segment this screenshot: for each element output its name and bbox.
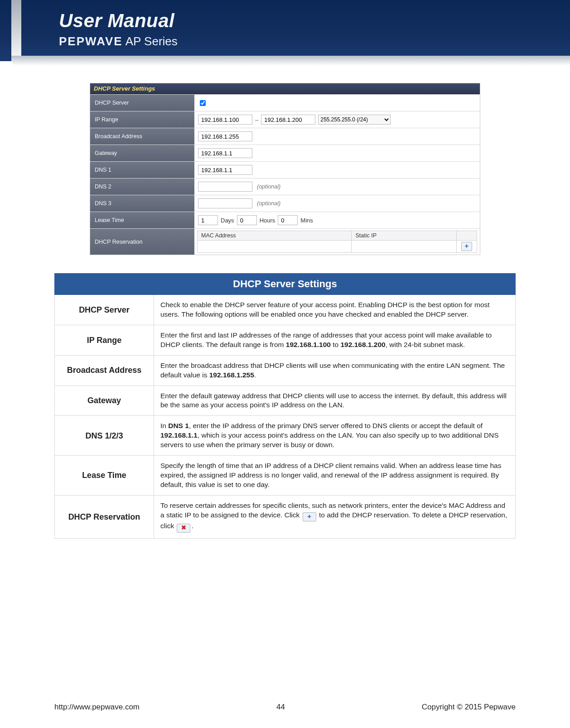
dns3-input[interactable] [198,198,252,208]
add-reservation-button[interactable]: + [461,242,472,251]
label-dns3: DNS 3 [90,195,194,212]
row-dns1: DNS 1 [90,161,480,178]
desc-dhcp-server-name: DHCP Server [55,295,154,325]
row-broadcast: Broadcast Address [90,128,480,145]
reservation-row: + [198,241,477,253]
lease-hours-unit: Hours [260,217,275,224]
res-mac-cell[interactable] [198,241,352,253]
desc-lease-text: Specify the length of time that an IP ad… [154,456,516,496]
page-header: User Manual PEPWAVEAP Series [0,0,570,61]
desc-lease-name: Lease Time [55,456,154,496]
lease-mins-unit: Mins [300,217,313,224]
dhcp-settings-panel: DHCP Server Settings DHCP Server IP Rang… [90,83,480,255]
desc-dns-bold-a: DNS 1 [168,422,189,429]
lease-days-input[interactable] [198,215,218,225]
desc-dns-name: DNS 1/2/3 [55,416,154,456]
desc-gateway-text: Enter the default gateway address that D… [154,386,516,416]
label-gateway: Gateway [90,145,194,161]
desc-gateway-name: Gateway [55,386,154,416]
label-dns2: DNS 2 [90,178,194,195]
row-gateway: Gateway [90,145,480,161]
footer-copyright: Copyright © 2015 Pepwave [422,703,516,712]
row-dns3: DNS 3 (optional) [90,195,480,212]
ip-range-start-input[interactable] [198,115,252,125]
row-lease-time: Lease Time Days Hours Mins [90,212,480,228]
broadcast-input[interactable] [198,131,252,141]
reservation-table: MAC Address Static IP + [197,231,477,253]
label-lease-time: Lease Time [90,212,194,228]
desc-broadcast-bold: 192.168.1.255 [209,371,254,379]
ip-range-separator: – [255,116,258,123]
res-ip-cell[interactable] [352,241,457,253]
row-ip-range: IP Range – 255.255.255.0 (/24) [90,111,480,128]
doc-title: User Manual [59,10,547,32]
dns2-input[interactable] [198,182,252,192]
dhcp-server-checkbox[interactable] [200,100,206,106]
row-dhcp-server: DHCP Server [90,94,480,111]
desc-broadcast-text: Enter the broadcast address that DHCP cl… [154,355,516,386]
delete-icon: ✖ [177,524,190,533]
desc-broadcast-name: Broadcast Address [55,355,154,386]
gateway-input[interactable] [198,148,252,158]
brand-name: PEPWAVE [59,34,123,48]
desc-dns-bold-b: 192.168.1.1 [160,431,198,439]
doc-subtitle: PEPWAVEAP Series [59,34,547,48]
desc-ip-range-bold-b: 192.168.1.200 [341,341,386,348]
lease-mins-input[interactable] [278,215,298,225]
desc-heading: DHCP Server Settings [55,274,516,295]
copyright-b: Pepwave [482,703,516,711]
copyright-a: Copyright © [422,703,465,711]
desc-ip-range-name: IP Range [55,325,154,355]
desc-res-c: . [191,522,193,530]
plus-icon: + [303,512,316,521]
dns2-optional: (optional) [257,183,280,190]
lease-days-unit: Days [221,217,234,224]
label-dns1: DNS 1 [90,162,194,178]
page-footer: http://www.pepwave.com 44 Copyright © 20… [0,703,570,712]
desc-ip-range-b: to [331,341,341,348]
copyright-year: 2015 [465,703,482,711]
desc-dns-b: , enter the IP address of the primary DN… [189,422,483,429]
res-col-action [457,231,477,241]
desc-broadcast-b: . [254,371,256,379]
product-series: AP Series [126,34,178,48]
page-number: 44 [276,703,285,712]
desc-dns-text: In DNS 1, enter the IP address of the pr… [154,416,516,456]
dns3-optional: (optional) [257,200,280,207]
lease-hours-input[interactable] [237,215,257,225]
ip-range-end-input[interactable] [261,115,315,125]
label-dhcp-reservation: DHCP Reservation [90,229,194,255]
description-table: DHCP Server Settings DHCP Server Check t… [54,273,516,539]
label-dhcp-server: DHCP Server [90,95,194,111]
res-col-mac: MAC Address [198,231,352,241]
desc-dns-a: In [160,422,168,429]
desc-res-text: To reserve certain addresses for specifi… [154,495,516,538]
label-broadcast: Broadcast Address [90,128,194,145]
footer-url: http://www.pepwave.com [54,703,140,712]
panel-title: DHCP Server Settings [90,83,480,94]
row-dhcp-reservation: DHCP Reservation MAC Address Static IP [90,228,480,255]
res-col-ip: Static IP [352,231,457,241]
label-ip-range: IP Range [90,111,194,128]
desc-ip-range-bold-a: 192.168.1.100 [286,341,331,348]
desc-dhcp-server-text: Check to enable the DHCP server feature … [154,295,516,325]
desc-ip-range-c: , with 24-bit subnet mask. [386,341,465,348]
subnet-mask-select[interactable]: 255.255.255.0 (/24) [318,115,391,125]
dns1-input[interactable] [198,165,252,175]
row-dns2: DNS 2 (optional) [90,178,480,195]
desc-ip-range-text: Enter the first and last IP addresses of… [154,325,516,355]
desc-res-name: DHCP Reservation [55,495,154,538]
desc-dns-c: , which is your access point's address o… [160,431,499,448]
